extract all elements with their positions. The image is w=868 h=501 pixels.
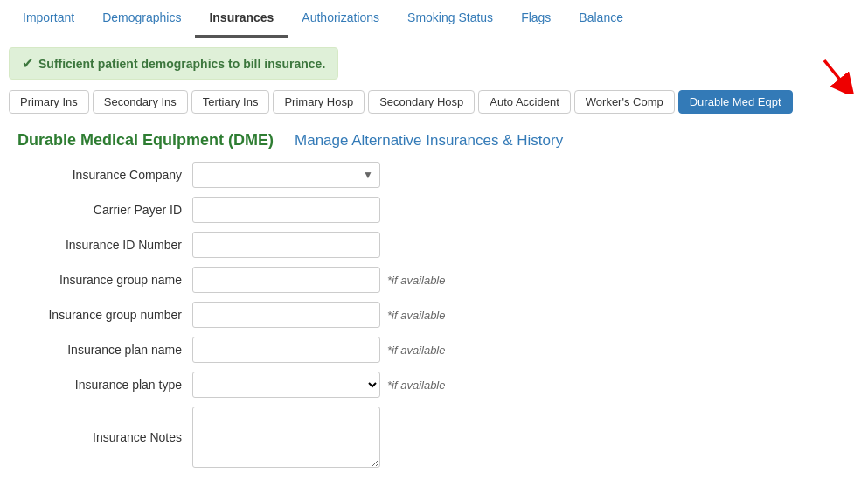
check-icon: ✔ (22, 55, 33, 72)
label-carrier-payer-id: Carrier Payer ID (17, 203, 192, 217)
subtab-primary-ins[interactable]: Primary Ins (9, 90, 89, 114)
subtab-workers-comp[interactable]: Worker's Comp (574, 90, 675, 114)
label-insurance-id-number: Insurance ID Number (17, 238, 192, 252)
form-row-insurance-id-number: Insurance ID Number (17, 232, 851, 258)
sub-tabs-wrapper: Primary Ins Secondary Ins Tertiary Ins P… (0, 85, 868, 119)
insurance-notes-textarea[interactable] (192, 407, 380, 468)
top-nav: Important Demographics Insurances Author… (0, 0, 868, 38)
subtab-secondary-ins[interactable]: Secondary Ins (93, 90, 188, 114)
subtab-tertiary-ins[interactable]: Tertiary Ins (191, 90, 270, 114)
subtab-auto-accident[interactable]: Auto Accident (478, 90, 571, 114)
subtab-primary-hosp[interactable]: Primary Hosp (273, 90, 365, 114)
label-insurance-company: Insurance Company (17, 168, 192, 182)
dme-form: Insurance Company ▼ Carrier Payer ID Ins… (0, 158, 868, 485)
insurance-group-name-input[interactable] (192, 267, 380, 293)
insurance-group-number-input[interactable] (192, 302, 380, 328)
section-header: Durable Medical Equipment (DME) Manage A… (0, 119, 868, 158)
insurance-plan-name-input[interactable] (192, 337, 380, 363)
form-row-carrier-payer-id: Carrier Payer ID (17, 197, 851, 223)
tab-smoking-status[interactable]: Smoking Status (393, 0, 507, 38)
sub-tabs: Primary Ins Secondary Ins Tertiary Ins P… (0, 85, 868, 119)
insurance-id-number-input[interactable] (192, 232, 380, 258)
form-row-insurance-group-number: Insurance group number *if available (17, 302, 851, 328)
subtab-durable-med-eqpt[interactable]: Durable Med Eqpt (678, 90, 793, 114)
form-row-insurance-plan-type: Insurance plan type *if available (17, 372, 851, 398)
tab-insurances[interactable]: Insurances (195, 0, 288, 38)
form-row-insurance-plan-name: Insurance plan name *if available (17, 337, 851, 363)
insurance-plan-type-select[interactable] (192, 372, 380, 398)
tab-authorizations[interactable]: Authorizations (288, 0, 393, 38)
form-row-insurance-notes: Insurance Notes (17, 407, 851, 468)
form-row-insurance-company: Insurance Company ▼ (17, 162, 851, 188)
label-insurance-notes: Insurance Notes (17, 430, 192, 444)
optional-note-group-number: *if available (387, 309, 446, 322)
label-insurance-plan-name: Insurance plan name (17, 343, 192, 357)
label-insurance-group-number: Insurance group number (17, 308, 192, 322)
optional-note-plan-name: *if available (387, 344, 446, 357)
label-insurance-group-name: Insurance group name (17, 273, 192, 287)
section-title: Durable Medical Equipment (DME) (17, 131, 274, 150)
optional-note-group-name: *if available (387, 274, 446, 287)
tab-balance[interactable]: Balance (565, 0, 637, 38)
form-row-insurance-group-name: Insurance group name *if available (17, 267, 851, 293)
subtab-secondary-hosp[interactable]: Secondary Hosp (368, 90, 475, 114)
manage-alternative-link[interactable]: Manage Alternative Insurances & History (295, 132, 563, 150)
insurance-company-select[interactable] (192, 162, 380, 188)
alert-text: Sufficient patient demographics to bill … (38, 57, 325, 71)
footer-bar: Save Demographics (0, 498, 868, 501)
optional-note-plan-type: *if available (387, 379, 446, 392)
tab-flags[interactable]: Flags (507, 0, 565, 38)
demographics-alert: ✔ Sufficient patient demographics to bil… (9, 47, 338, 80)
carrier-payer-id-input[interactable] (192, 197, 380, 223)
label-insurance-plan-type: Insurance plan type (17, 378, 192, 392)
tab-important[interactable]: Important (9, 0, 88, 38)
tab-demographics[interactable]: Demographics (88, 0, 195, 38)
